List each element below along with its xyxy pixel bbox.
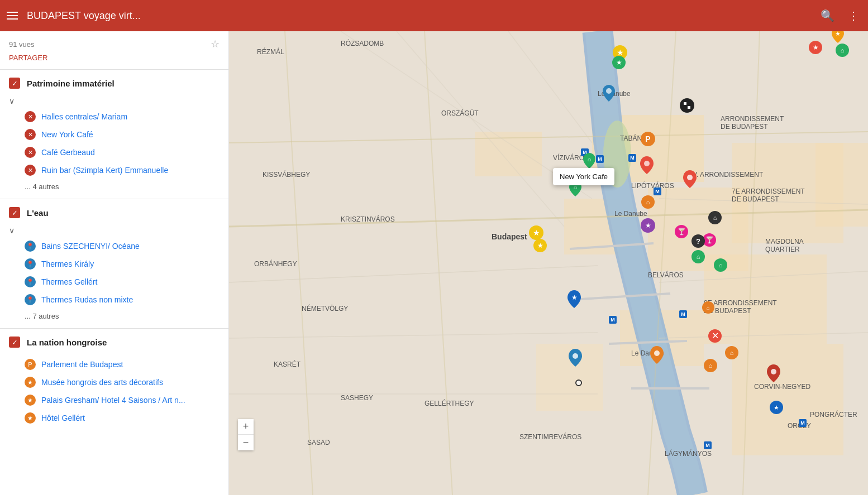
map-pin-blue-drop[interactable] <box>568 349 583 369</box>
metro-badge-5: M <box>654 188 661 195</box>
svg-rect-46 <box>684 102 686 105</box>
svg-text:⌂: ⌂ <box>709 362 713 369</box>
zoom-out-button[interactable]: − <box>238 435 254 450</box>
list-item[interactable]: ★ Musée hongrois des arts décoratifs <box>0 373 228 391</box>
place-name[interactable]: Halles centrales/ Mariam <box>41 112 127 121</box>
svg-text:⌂: ⌂ <box>588 156 592 162</box>
map-pin-blue1[interactable] <box>603 85 615 104</box>
map-pin-green-house-tr[interactable]: ⌂ <box>836 44 849 59</box>
chevron-down-icon: ∨ <box>9 97 20 105</box>
map-pin-red-cross[interactable]: ✕ <box>708 329 722 345</box>
sidebar: 91 vues ☆ PARTAGER ✓ Patrimoine immatéri… <box>0 31 229 495</box>
app-title: BUDAPEST voyage virt... <box>27 10 809 22</box>
svg-point-44 <box>644 161 650 166</box>
map-pin-red-selected[interactable] <box>640 156 654 176</box>
map-pin-yellow-star2[interactable]: ★ <box>533 239 547 254</box>
place-name[interactable]: Musée hongrois des arts décoratifs <box>41 378 163 387</box>
place-name[interactable]: Thermes Király <box>41 259 94 268</box>
map-pin-pink-drop[interactable] <box>766 364 781 385</box>
map-pin-blue-star-lr[interactable]: ★ <box>770 401 783 416</box>
favorite-icon[interactable]: ☆ <box>211 38 220 50</box>
place-name[interactable]: Thermes Rudas non mixte <box>41 295 133 304</box>
nation-items: P Parlement de Budapest ★ Musée hongrois… <box>0 355 228 431</box>
map-pin-green-house[interactable]: ⌂ <box>583 153 596 171</box>
svg-text:⌂: ⌂ <box>730 349 734 356</box>
list-item[interactable]: 📍 Thermes Gellért <box>0 273 228 291</box>
search-icon[interactable]: 🔍 <box>818 7 837 25</box>
place-name[interactable]: New York Café <box>41 130 93 139</box>
place-icon: ★ <box>25 412 36 424</box>
place-name[interactable]: Ruin bar (Szimpla Kert) Emmanuelle <box>41 166 168 175</box>
svg-rect-49 <box>688 106 690 109</box>
patrimoine-checkbox[interactable]: ✓ <box>9 78 20 89</box>
metro-badge-7: M <box>609 316 617 324</box>
svg-text:⌂: ⌂ <box>697 253 700 260</box>
place-name[interactable]: Bains SZECHENYI/ Océane <box>41 242 140 251</box>
map-pin-checkered[interactable] <box>680 98 694 115</box>
list-item[interactable]: ✕ New York Café <box>0 126 228 143</box>
svg-text:⌂: ⌂ <box>707 305 710 311</box>
map-pin-red-location[interactable] <box>683 170 697 190</box>
map-svg <box>229 31 868 495</box>
place-name[interactable]: Café Gerbeaud <box>41 148 95 157</box>
map-pin-green-house4[interactable]: ⌂ <box>714 258 727 274</box>
leau-toggle[interactable]: ∨ <box>0 226 228 237</box>
svg-text:★: ★ <box>616 59 622 66</box>
list-item[interactable]: 📍 Thermes Rudas non mixte <box>0 291 228 309</box>
list-item[interactable]: ✕ Halles centrales/ Mariam <box>0 108 228 126</box>
list-item[interactable]: ★ Hôtel Gellért <box>0 409 228 427</box>
map-pin-cocktail1[interactable]: 🍸 <box>675 225 688 241</box>
list-item[interactable]: 📍 Bains SZECHENYI/ Océane <box>0 237 228 255</box>
map-pin-orange-house[interactable]: ⌂ <box>725 346 738 362</box>
patrimoine-more[interactable]: ... 4 autres <box>0 179 228 194</box>
place-name[interactable]: Thermes Gellért <box>41 277 97 286</box>
map-area[interactable]: RÉZMÁL RÓZSADOMB ORSZÁGÚT KISSVÁBHEGY KR… <box>229 31 868 495</box>
map-pin-green-house2[interactable]: ⌂ <box>569 181 582 199</box>
map-pin-parking[interactable]: P <box>641 132 655 148</box>
place-name[interactable]: Palais Gresham/ Hotel 4 Saisons / Art n.… <box>41 396 185 405</box>
list-item[interactable]: P Parlement de Budapest <box>0 355 228 373</box>
map-pin-purple-star[interactable]: ★ <box>641 218 655 235</box>
map-pin-orange-drop[interactable] <box>650 346 664 366</box>
chevron-down-icon: ∨ <box>9 226 20 235</box>
list-item[interactable]: ✕ Ruin bar (Szimpla Kert) Emmanuelle <box>0 161 228 179</box>
map-pin-black-house[interactable]: ⌂ <box>708 211 722 227</box>
place-name[interactable]: Parlement de Budapest <box>41 360 123 369</box>
place-icon: 📍 <box>25 276 36 287</box>
map-pin-orange-circle[interactable]: ⌂ <box>641 195 655 211</box>
category-nation-header: ✓ La nation hongroise <box>0 329 228 355</box>
menu-icon[interactable] <box>7 12 18 20</box>
map-pin-red-tr[interactable]: ★ <box>809 41 822 56</box>
category-leau-header: ✓ L'eau <box>0 199 228 226</box>
patrimoine-toggle[interactable]: ∨ <box>0 97 228 108</box>
map-pin-question[interactable]: ? <box>691 234 705 250</box>
app-header: BUDAPEST voyage virt... 🔍 ⋮ <box>0 0 868 31</box>
place-icon: ✕ <box>25 147 36 158</box>
list-item[interactable]: ✕ Café Gerbeaud <box>0 143 228 161</box>
map-pin-green-house3[interactable]: ⌂ <box>691 250 705 266</box>
share-button[interactable]: PARTAGER <box>0 52 228 69</box>
zoom-in-button[interactable]: + <box>238 419 254 435</box>
svg-text:🍸: 🍸 <box>678 227 686 236</box>
map-pin-orange-lr[interactable]: ⌂ <box>702 301 714 316</box>
map-zoom-controls: + − <box>238 419 254 450</box>
svg-point-31 <box>606 88 612 94</box>
nation-checkbox[interactable]: ✓ <box>9 337 20 348</box>
list-item[interactable]: 📍 Thermes Király <box>0 255 228 273</box>
map-pin-orange-house2[interactable]: ⌂ <box>704 359 717 374</box>
leau-more[interactable]: ... 7 autres <box>0 309 228 324</box>
map-pin-blue-star[interactable]: ★ <box>567 290 581 310</box>
leau-checkbox[interactable]: ✓ <box>9 207 20 218</box>
svg-text:⌂: ⌂ <box>574 184 578 190</box>
place-icon: ✕ <box>25 111 36 122</box>
place-name[interactable]: Hôtel Gellért <box>41 414 85 422</box>
metro-badge-4: M <box>799 419 807 427</box>
svg-text:★: ★ <box>533 228 540 237</box>
place-icon: ★ <box>25 395 36 406</box>
more-icon[interactable]: ⋮ <box>846 7 861 25</box>
svg-rect-9 <box>732 344 843 455</box>
place-icon: P <box>25 359 36 370</box>
list-item[interactable]: ★ Palais Gresham/ Hotel 4 Saisons / Art … <box>0 391 228 409</box>
map-pin-green1[interactable]: ★ <box>612 56 626 71</box>
sidebar-meta: 91 vues ☆ <box>0 31 228 52</box>
